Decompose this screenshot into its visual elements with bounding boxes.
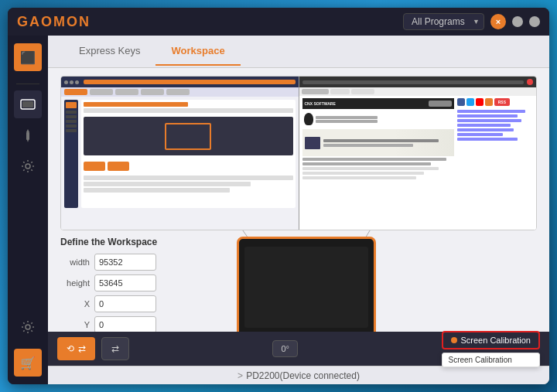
x-label: X [60,299,90,308]
title-bar: GAOMON All Programs × [8,8,549,36]
svg-point-3 [26,164,30,169]
width-input[interactable] [94,254,156,271]
program-selector-wrap: All Programs [403,13,484,30]
sidebar-pen-icon[interactable] [14,121,42,149]
main-layout: ⬛ [8,36,549,384]
toolbar-reset-btn[interactable]: ⇄ [101,337,129,360]
device-status: PD2200(Device connected) [246,370,360,381]
reset-icon: ⇄ [111,343,119,354]
cnx-tab-bar [299,87,537,96]
sim-content-left [61,97,299,211]
cart-icon[interactable]: 🛒 [14,349,42,377]
sim-tab-bar-left [61,87,299,97]
height-input[interactable] [94,274,156,291]
cnx-sidebar-links [457,110,533,141]
lower-section: Define the Workspace width height X [60,230,537,332]
svg-rect-2 [26,132,29,140]
maximize-button[interactable] [529,16,540,27]
sidebar-device-icon[interactable]: ⬛ [14,43,42,71]
tablet-screen [244,247,368,328]
flip-label: ⇄ [78,343,86,354]
screen-calibration-button[interactable]: Screen Calibration [442,331,541,349]
y-row: Y [60,316,184,332]
define-title: Define the Workspace [60,237,184,247]
sim-header-left [61,77,299,87]
cnx-sidebar-col: RSS [457,98,533,179]
calibration-tooltip: Screen Calibration [442,353,541,367]
svg-rect-1 [22,101,33,107]
screen-preview: CNX SOFTWARE [60,76,537,230]
flip-icon: ⟲ [67,343,74,354]
cnx-logo-bar: CNX SOFTWARE [302,98,454,109]
tablet-area [184,230,429,332]
tab-workspace[interactable]: Workspace [155,37,240,66]
toolbar-flip-btn[interactable]: ⟲ ⇄ [57,337,95,360]
svg-point-4 [26,325,30,329]
cnx-social-links: RSS [457,98,533,106]
close-button[interactable]: × [490,14,506,29]
sim-sidebar-mini [64,100,78,208]
content-area: Express Keys Workspace [48,36,549,384]
sidebar-tablet-icon[interactable] [14,90,42,118]
y-label: Y [60,320,90,329]
sidebar-gear-icon[interactable] [14,313,42,341]
cnx-main-col: CNX SOFTWARE [302,98,454,179]
cnx-article-image [302,129,454,156]
monitor-left [61,77,299,230]
height-label: height [60,278,90,288]
y-input[interactable] [94,316,156,332]
tab-express-keys[interactable]: Express Keys [63,37,155,66]
calibration-area: Screen Calibration Screen Calibration [442,331,541,367]
rotate-badge: 0° [272,340,298,357]
bottom-toolbar: ⟲ ⇄ ⇄ 0° Screen Calibration Screen Calib… [48,332,549,366]
cnx-header [299,77,537,87]
sidebar-settings-icon[interactable] [14,152,42,180]
x-row: X [60,295,184,312]
height-row: height [60,274,184,291]
status-bar: > PD2200(Device connected) [48,366,549,384]
x-input[interactable] [94,295,156,312]
screen-sim-left [61,77,299,230]
status-arrow: > [237,370,243,381]
title-controls: All Programs × [403,13,540,30]
cnx-article-text [302,158,454,179]
calibration-label: Screen Calibration [461,336,531,345]
workspace-main: CNX SOFTWARE [48,68,549,332]
tablet-body [237,237,376,332]
minimize-button[interactable] [512,16,523,27]
cnx-body: CNX SOFTWARE [299,96,537,182]
width-row: width [60,254,184,271]
monitor-right: CNX SOFTWARE [299,77,537,230]
cal-dot [451,337,457,343]
logo: GAOMON [17,14,91,30]
logo-text: GAOMON [17,14,91,30]
app-window: GAOMON All Programs × ⬛ [8,8,549,384]
tabs-bar: Express Keys Workspace [48,36,549,68]
sim-main-area [81,100,296,208]
screen-sim-right: CNX SOFTWARE [299,77,537,230]
sidebar-divider [16,84,39,84]
width-label: width [60,257,90,267]
define-workspace-panel: Define the Workspace width height X [60,230,184,332]
program-selector[interactable]: All Programs [403,13,484,30]
sidebar: ⬛ [8,36,48,384]
